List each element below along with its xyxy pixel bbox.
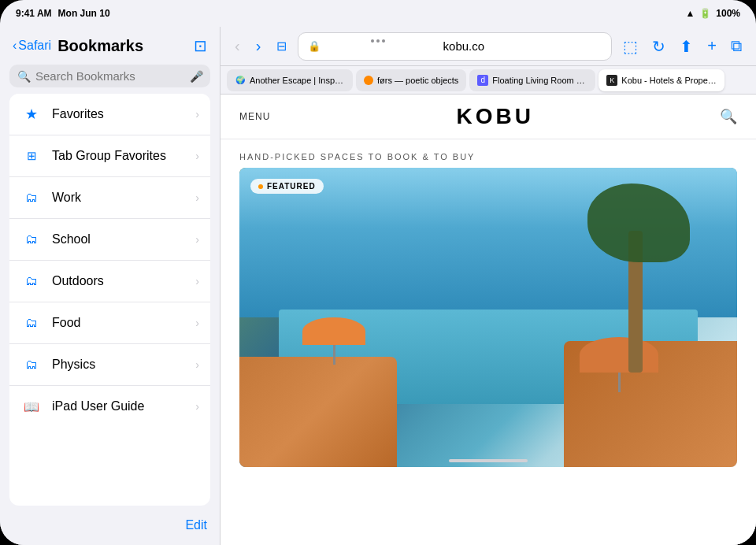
tab-label-4: Kobu - Hotels & Propert... [621, 76, 717, 85]
work-folder-icon: 🗂 [20, 187, 43, 209]
favorites-label: Favorites [52, 107, 195, 121]
tabs-overview-button[interactable]: ⧉ [726, 34, 747, 58]
web-content: MENU KOBU 🔍 HAND-PICKED SPACES TO BOOK &… [220, 95, 756, 545]
work-chevron-icon: › [195, 191, 199, 204]
back-button[interactable]: ‹ [230, 34, 245, 58]
tab-group-icon: ⊞ [20, 145, 43, 167]
tab-another-escape[interactable]: 🌍 Another Escape | Inspir... [227, 69, 353, 91]
lock-icon: 🔒 [308, 40, 321, 52]
tab-group-label: Tab Group Favorites [52, 149, 195, 163]
sidebar: ‹ Safari Bookmarks ⊡ 🔍 🎤 ★ Favorites › [0, 27, 220, 545]
browser-area: ‹ › ⊟ 🔒 kobu.co ⬚ ↻ ⬆ + ⧉ 🌍 [220, 27, 756, 545]
main-area: ‹ Safari Bookmarks ⊡ 🔍 🎤 ★ Favorites › [0, 27, 756, 545]
website-search-icon[interactable]: 🔍 [720, 108, 737, 125]
sidebar-header: ‹ Safari Bookmarks ⊡ [0, 27, 220, 61]
favorites-chevron-icon: › [195, 108, 199, 120]
ipad-frame: 9:41 AM Mon Jun 10 ▲ 🔋 100% ‹ Safari Boo… [0, 0, 756, 545]
website-header: MENU KOBU 🔍 [220, 95, 756, 139]
tab-label-1: Another Escape | Inspir... [250, 76, 345, 85]
back-safari-button[interactable]: ‹ Safari [13, 39, 51, 53]
tab-favicon-4: K [606, 75, 617, 86]
sidebar-layout-icon[interactable]: ⊡ [194, 36, 207, 55]
status-bar-left: 9:41 AM Mon Jun 10 [16, 8, 110, 19]
url-text: kobu.co [325, 39, 602, 53]
dots-indicator [371, 39, 385, 43]
battery-icon: 🔋 [699, 8, 711, 19]
forward-button[interactable]: › [251, 34, 266, 58]
dot-1 [371, 39, 374, 43]
sidebar-footer: Edit [0, 512, 220, 545]
ipad-guide-chevron-icon: › [195, 400, 199, 413]
featured-badge: FEATURED [250, 179, 324, 194]
bookmark-item-physics[interactable]: 🗂 Physics › [9, 344, 210, 386]
dot-3 [382, 39, 385, 43]
physics-chevron-icon: › [195, 358, 199, 371]
tab-group-chevron-icon: › [195, 150, 199, 162]
search-bar: 🔍 🎤 [9, 65, 210, 87]
tab-kobu[interactable]: K Kobu - Hotels & Propert... [598, 69, 724, 91]
status-bar-right: ▲ 🔋 100% [685, 8, 740, 19]
featured-dot [258, 184, 263, 189]
tab-label-3: Floating Living Room Se... [492, 76, 587, 85]
umbrella-top-2 [580, 337, 658, 373]
ipad-guide-label: iPad User Guide [52, 399, 195, 413]
tab-floating-living-room[interactable]: d Floating Living Room Se... [469, 69, 595, 91]
umbrella-2 [580, 337, 658, 388]
website-logo: KOBU [456, 104, 533, 129]
tab-label-2: førs — poetic objects [377, 76, 458, 85]
bookmark-item-food[interactable]: 🗂 Food › [9, 302, 210, 344]
favorites-icon: ★ [20, 103, 43, 125]
scroll-indicator [449, 459, 528, 462]
toolbar: ‹ › ⊟ 🔒 kobu.co ⬚ ↻ ⬆ + ⧉ [220, 27, 756, 66]
umbrella-top-1 [302, 317, 365, 345]
featured-badge-label: FEATURED [267, 182, 316, 191]
food-folder-icon: 🗂 [20, 312, 43, 334]
physics-label: Physics [52, 358, 195, 372]
refresh-button[interactable]: ↻ [647, 34, 670, 59]
featured-image: FEATURED [239, 168, 737, 467]
outdoors-label: Outdoors [52, 274, 195, 288]
wifi-icon: ▲ [685, 8, 695, 19]
website-subtitle: HAND-PICKED SPACES TO BOOK & TO BUY [220, 139, 756, 168]
tab-bar: 🌍 Another Escape | Inspir... førs — poet… [220, 66, 756, 95]
school-label: School [52, 232, 195, 247]
bookmark-item-tab-group-favorites[interactable]: ⊞ Tab Group Favorites › [9, 135, 210, 177]
physics-folder-icon: 🗂 [20, 354, 43, 376]
website-menu-label[interactable]: MENU [239, 111, 270, 122]
tab-favicon-2 [364, 76, 373, 85]
umbrella-1 [302, 317, 365, 357]
status-bar: 9:41 AM Mon Jun 10 ▲ 🔋 100% [0, 0, 756, 27]
ipad-guide-icon: 📖 [20, 395, 43, 417]
edit-button[interactable]: Edit [185, 518, 207, 532]
bookmark-item-favorites[interactable]: ★ Favorites › [9, 94, 210, 135]
battery-label: 100% [716, 8, 740, 19]
bookmark-item-work[interactable]: 🗂 Work › [9, 177, 210, 219]
back-safari-label: Safari [18, 39, 51, 53]
food-label: Food [52, 316, 195, 330]
bookmark-item-school[interactable]: 🗂 School › [9, 219, 210, 261]
work-label: Work [52, 191, 195, 205]
bookmark-item-outdoors[interactable]: 🗂 Outdoors › [9, 261, 210, 302]
deck-left [239, 357, 397, 467]
food-chevron-icon: › [195, 317, 199, 329]
umbrella-pole-1 [333, 345, 335, 365]
back-chevron-icon: ‹ [13, 39, 17, 53]
school-folder-icon: 🗂 [20, 228, 43, 250]
search-input[interactable] [35, 69, 185, 83]
tab-favicon-3: d [477, 75, 488, 86]
school-chevron-icon: › [195, 233, 199, 246]
tab-favicon-1: 🌍 [235, 75, 246, 86]
bookmark-list: ★ Favorites › ⊞ Tab Group Favorites › 🗂 … [9, 94, 210, 506]
tab-fors[interactable]: førs — poetic objects [356, 69, 466, 91]
reader-mode-button[interactable]: ⊟ [272, 35, 291, 57]
cast-button[interactable]: ⬚ [618, 34, 643, 59]
sidebar-title: Bookmarks [57, 37, 187, 55]
bookmark-item-ipad-user-guide[interactable]: 📖 iPad User Guide › [9, 386, 210, 427]
new-tab-button[interactable]: + [702, 34, 721, 58]
outdoors-chevron-icon: › [195, 275, 199, 287]
toolbar-right: ⬚ ↻ ⬆ + ⧉ [618, 34, 747, 59]
mic-icon[interactable]: 🎤 [190, 70, 203, 83]
umbrella-pole-2 [618, 373, 621, 392]
address-bar[interactable]: 🔒 kobu.co [298, 32, 612, 61]
share-button[interactable]: ⬆ [675, 34, 698, 59]
